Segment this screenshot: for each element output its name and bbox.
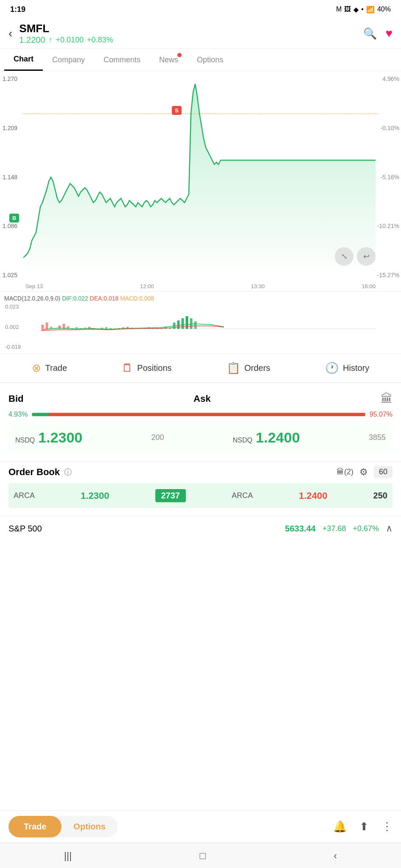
phone-home-button[interactable]: □ [200, 850, 206, 862]
chart-action-buttons: ⤡ ↩ [335, 247, 376, 266]
svg-rect-16 [105, 327, 108, 329]
action-bar: ⊗ Trade 🗒 Positions 📋 Orders 🕐 History [0, 354, 401, 383]
tab-chart[interactable]: Chart [4, 49, 43, 71]
wifi-icon: 📶 [366, 6, 375, 14]
macd-value: MACD:0.008 [120, 295, 154, 302]
header-title-area: SMFL 1.2200 ↑ +0.0100 +0.83% [19, 22, 363, 45]
y-pct-4: -10.21% [377, 223, 399, 229]
macd-svg [4, 303, 397, 350]
mail-icon: M [336, 6, 342, 13]
y-pct-2: -0.10% [377, 125, 399, 131]
ask-quantity: 3855 [369, 433, 386, 442]
bank-icon: 🏛 [381, 392, 393, 406]
phone-menu-button[interactable]: ||| [64, 850, 72, 862]
news-badge [177, 53, 182, 57]
price-chart-svg [23, 71, 376, 277]
diamond-icon: ◆ [353, 6, 359, 14]
bid-percentage: 4.93% [8, 411, 28, 418]
back-icon: ‹ [334, 850, 337, 861]
trade-button[interactable]: ⊗ Trade [32, 362, 67, 375]
bid-ask-prices: NSDQ 1.2300 200 NSDQ 1.2400 3855 [8, 423, 393, 452]
svg-rect-2 [46, 323, 48, 329]
orders-button[interactable]: 📋 Orders [227, 362, 270, 375]
bottom-toolbar: Trade Options 🔔 ⬆ ⋮ [0, 810, 401, 843]
zoom-out-button[interactable]: ⤡ [335, 247, 353, 266]
status-icons: M 🖼 ◆ • 📶 40% [336, 6, 391, 14]
ask-label: Ask [193, 393, 210, 404]
bid-ask-header: Bid Ask 🏛 [8, 392, 393, 406]
svg-rect-1 [42, 325, 44, 329]
price-arrow: ↑ [49, 36, 53, 45]
status-bar: 1:19 M 🖼 ◆ • 📶 40% [0, 0, 401, 19]
bid-price-block: NSDQ 1.2300 [15, 429, 82, 446]
positions-button[interactable]: 🗒 Positions [122, 362, 171, 375]
ask-price-block: NSDQ 1.2400 [233, 429, 300, 446]
order-book-controls: 🏛(2) ⚙ 60 [337, 466, 393, 478]
ob-bid-price: 1.2300 [81, 490, 109, 501]
favorite-button[interactable]: ♥ [385, 27, 393, 40]
y-label-4: 1.086 [3, 223, 17, 229]
trade-icon: ⊗ [32, 362, 41, 375]
tab-options[interactable]: Options [188, 49, 233, 71]
sp500-pct: +0.67% [353, 524, 379, 533]
bid-ask-bar: 4.93% 95.07% [8, 411, 393, 418]
history-button[interactable]: 🕐 History [325, 362, 369, 375]
bid-ask-section: Bid Ask 🏛 4.93% 95.07% NSDQ 1.2300 200 N… [0, 383, 401, 461]
status-time: 1:19 [10, 5, 25, 14]
image-icon: 🖼 [344, 6, 351, 13]
order-book-title-row: Order Book ⓘ [8, 467, 72, 478]
share-button[interactable]: ⬆ [359, 820, 369, 833]
sp500-banner[interactable]: S&P 500 5633.44 +37.68 +0.67% ∧ [0, 516, 401, 541]
macd-section: MACD(12.0,26.0,9.0) DIF:0.022 DEA:0.018 … [0, 292, 401, 354]
info-icon[interactable]: ⓘ [64, 467, 72, 477]
chart-x-labels: Sep 13 12:00 13:30 16:00 [25, 281, 376, 291]
refresh-button[interactable]: ↩ [357, 247, 376, 266]
order-book-header: Order Book ⓘ 🏛(2) ⚙ 60 [8, 466, 393, 478]
battery-icon: 40% [377, 6, 391, 13]
header: ‹ SMFL 1.2200 ↑ +0.0100 +0.83% 🔍 ♥ [0, 19, 401, 49]
options-active-button[interactable]: Options [62, 816, 118, 837]
y-label-2: 1.209 [3, 125, 17, 131]
macd-y-labels: 0.023 0.002 -0.019 [5, 303, 21, 350]
bid-bar [32, 413, 48, 416]
back-button[interactable]: ‹ [8, 27, 12, 40]
y-pct-top: 4.96% [377, 75, 399, 82]
more-icon: ⋮ [381, 820, 393, 833]
svg-rect-37 [194, 321, 197, 329]
order-book-section: Order Book ⓘ 🏛(2) ⚙ 60 ARCA 1.2300 2737 … [0, 461, 401, 516]
x-label-1: Sep 13 [25, 283, 43, 289]
history-icon: 🕐 [325, 362, 339, 375]
bid-ask-progress-bar [32, 413, 365, 416]
ticker-symbol: SMFL [19, 22, 363, 35]
chart-y-labels-right: 4.96% -0.10% -5.16% -10.21% -15.27% [377, 71, 399, 291]
phone-back-button[interactable]: ‹ [334, 850, 337, 862]
macd-chart: 0.023 0.002 -0.019 [4, 303, 397, 350]
bid-label: Bid [8, 393, 23, 404]
y-pct-3: -5.16% [377, 174, 399, 181]
tab-company[interactable]: Company [43, 49, 94, 71]
more-button[interactable]: ⋮ [381, 820, 393, 833]
search-button[interactable]: 🔍 [363, 27, 377, 40]
bell-button[interactable]: 🔔 [333, 820, 347, 833]
trade-active-button[interactable]: Trade [8, 816, 62, 837]
phone-nav-bar: ||| □ ‹ [0, 843, 401, 868]
chart-y-labels-left: 1.270 1.209 1.148 1.086 1.025 [3, 71, 17, 291]
chevron-up-icon: ∧ [386, 523, 393, 534]
filter-icon[interactable]: ⚙ [359, 467, 368, 478]
y-label-3: 1.148 [3, 174, 17, 181]
macd-dea: DEA:0.018 [90, 295, 121, 302]
ask-bar [49, 413, 365, 416]
qty-badge[interactable]: 60 [374, 466, 393, 478]
ask-price: 1.2400 [256, 429, 300, 446]
order-book-bid-row: ARCA 1.2300 2737 ARCA 1.2400 250 [8, 483, 393, 508]
chart-container[interactable]: 1.270 1.209 1.148 1.086 1.025 4.96% -0.1… [0, 71, 401, 292]
y-pct-bot: -15.27% [377, 272, 399, 278]
positions-icon: 🗒 [122, 362, 133, 375]
tab-comments[interactable]: Comments [94, 49, 150, 71]
order-book-title: Order Book [8, 467, 60, 478]
buy-marker: B [9, 214, 19, 223]
tab-news[interactable]: News [150, 49, 188, 71]
ask-percentage: 95.07% [370, 411, 393, 418]
nav-tabs: Chart Company Comments News Options [0, 49, 401, 71]
bank-count: 🏛(2) [337, 467, 353, 476]
